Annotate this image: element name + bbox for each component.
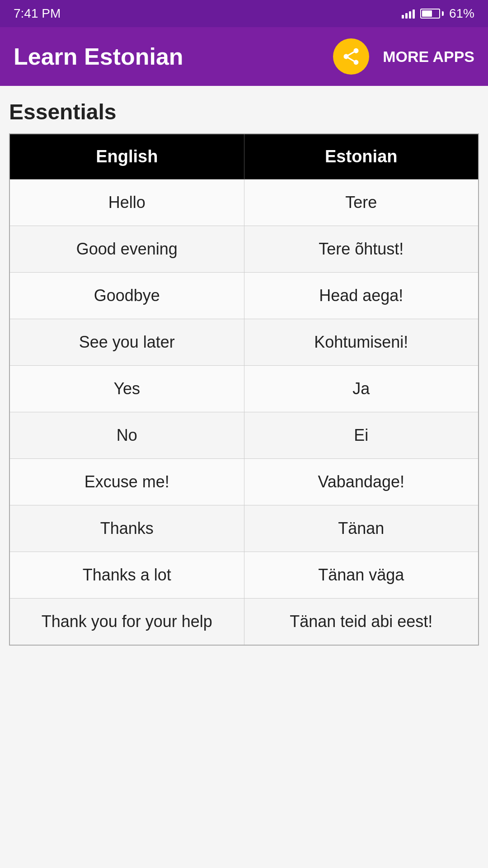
battery-percentage: 61% [449, 6, 474, 21]
cell-estonian: Ja [244, 366, 479, 412]
share-icon [341, 47, 361, 66]
cell-estonian: Vabandage! [244, 459, 479, 505]
header-english: English [9, 134, 244, 179]
table-row[interactable]: Thank you for your helpTänan teid abi ee… [9, 599, 479, 646]
app-bar: Learn Estonian MORE APPS [0, 27, 488, 86]
app-title: Learn Estonian [14, 43, 324, 70]
status-time: 7:41 PM [14, 6, 61, 21]
cell-english: Hello [9, 179, 244, 226]
cell-english: Yes [9, 366, 244, 412]
table-row[interactable]: NoEi [9, 412, 479, 459]
cell-english: Excuse me! [9, 459, 244, 505]
signal-icon [402, 9, 415, 19]
cell-estonian: Tere [244, 179, 479, 226]
table-row[interactable]: Thanks a lotTänan väga [9, 552, 479, 599]
table-row[interactable]: Good eveningTere õhtust! [9, 226, 479, 273]
status-indicators: 61% [402, 6, 474, 21]
table-row[interactable]: ThanksTänan [9, 505, 479, 552]
section-title: Essentials [9, 99, 479, 124]
cell-english: No [9, 412, 244, 459]
battery-icon [420, 9, 444, 19]
cell-english: Good evening [9, 226, 244, 273]
cell-estonian: Kohtumiseni! [244, 319, 479, 366]
page-section: Essentials English Estonian HelloTereGoo… [0, 86, 488, 655]
cell-english: Goodbye [9, 273, 244, 319]
share-button[interactable] [333, 38, 369, 75]
cell-estonian: Tänan [244, 505, 479, 552]
cell-estonian: Ei [244, 412, 479, 459]
cell-english: Thanks [9, 505, 244, 552]
cell-estonian: Head aega! [244, 273, 479, 319]
table-row[interactable]: HelloTere [9, 179, 479, 226]
table-row[interactable]: Excuse me!Vabandage! [9, 459, 479, 505]
vocab-table: English Estonian HelloTereGood eveningTe… [9, 133, 479, 646]
header-estonian: Estonian [244, 134, 479, 179]
table-row[interactable]: YesJa [9, 366, 479, 412]
table-row[interactable]: See you laterKohtumiseni! [9, 319, 479, 366]
table-row[interactable]: GoodbyeHead aega! [9, 273, 479, 319]
table-header-row: English Estonian [9, 134, 479, 179]
cell-english: Thank you for your help [9, 599, 244, 646]
more-apps-button[interactable]: MORE APPS [383, 48, 474, 66]
cell-estonian: Tere õhtust! [244, 226, 479, 273]
cell-english: Thanks a lot [9, 552, 244, 599]
cell-english: See you later [9, 319, 244, 366]
cell-estonian: Tänan teid abi eest! [244, 599, 479, 646]
status-bar: 7:41 PM 61% [0, 0, 488, 27]
cell-estonian: Tänan väga [244, 552, 479, 599]
